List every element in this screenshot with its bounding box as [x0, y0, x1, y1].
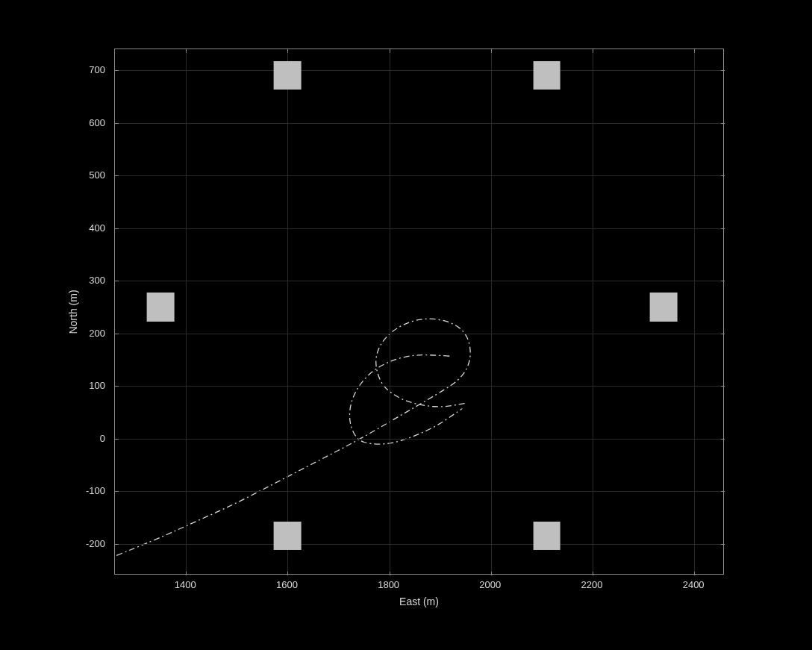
- grid-line-horizontal: [115, 281, 723, 281]
- trajectory-path-secondary: [349, 355, 462, 444]
- x-tick-label: 1800: [378, 579, 399, 590]
- x-tick-mark: [491, 49, 492, 53]
- grid-line-horizontal: [115, 334, 723, 334]
- x-tick-mark: [186, 572, 187, 575]
- y-axis-label: North (m): [67, 290, 79, 334]
- y-tick-mark: [115, 386, 119, 387]
- x-tick-label: 2400: [683, 579, 705, 590]
- waypoint-marker: [650, 293, 678, 321]
- x-tick-mark: [593, 572, 593, 575]
- y-tick-mark: [721, 491, 725, 492]
- x-tick-label: 1600: [276, 579, 298, 590]
- grid-line-vertical: [287, 49, 288, 574]
- trajectory-layer: [115, 49, 723, 574]
- figure: East (m) North (m) 140016001800200022002…: [0, 0, 812, 650]
- x-axis-label: East (m): [399, 596, 439, 607]
- waypoint-marker: [274, 61, 302, 90]
- y-tick-mark: [721, 123, 725, 124]
- grid-line-horizontal: [115, 491, 723, 492]
- y-tick-label: -200: [86, 537, 105, 549]
- y-tick-label: 700: [89, 64, 105, 75]
- y-tick-mark: [721, 386, 725, 387]
- y-tick-mark: [115, 439, 119, 440]
- y-tick-mark: [721, 228, 725, 229]
- y-tick-mark: [115, 544, 119, 545]
- waypoint-marker: [274, 522, 302, 550]
- y-tick-mark: [115, 123, 119, 124]
- x-tick-label: 1400: [175, 579, 196, 590]
- grid-line-horizontal: [115, 386, 723, 387]
- trajectory-path: [116, 319, 470, 555]
- y-tick-label: 500: [89, 169, 105, 181]
- x-tick-mark: [390, 572, 390, 575]
- grid-line-vertical: [593, 49, 593, 574]
- y-tick-mark: [115, 70, 119, 71]
- grid-line-horizontal: [115, 439, 723, 440]
- y-tick-label: 200: [89, 327, 105, 338]
- waypoint-marker: [533, 522, 560, 550]
- y-tick-mark: [721, 334, 725, 334]
- y-tick-mark: [721, 175, 725, 176]
- grid-line-horizontal: [115, 123, 723, 124]
- waypoint-marker: [147, 293, 175, 321]
- grid-line-vertical: [491, 49, 492, 574]
- y-tick-label: 400: [89, 222, 105, 233]
- x-tick-mark: [694, 572, 695, 575]
- x-tick-mark: [694, 49, 695, 53]
- y-tick-mark: [115, 334, 119, 334]
- y-tick-label: 300: [89, 275, 105, 286]
- waypoint-marker: [533, 61, 560, 90]
- y-tick-mark: [721, 544, 725, 545]
- y-tick-mark: [115, 228, 119, 229]
- y-tick-mark: [115, 281, 119, 281]
- x-tick-mark: [491, 572, 492, 575]
- y-tick-mark: [721, 70, 725, 71]
- y-tick-label: -100: [86, 485, 105, 496]
- grid-line-horizontal: [115, 175, 723, 176]
- x-tick-mark: [287, 572, 288, 575]
- grid-line-vertical: [186, 49, 187, 574]
- x-tick-label: 2200: [581, 579, 603, 590]
- x-tick-mark: [186, 49, 187, 53]
- x-tick-label: 2000: [479, 579, 501, 590]
- grid-line-horizontal: [115, 70, 723, 71]
- plot-area[interactable]: [114, 49, 724, 575]
- y-tick-mark: [721, 281, 725, 281]
- grid-line-vertical: [694, 49, 695, 574]
- grid-line-vertical: [390, 49, 390, 574]
- y-tick-label: 0: [100, 432, 105, 443]
- y-tick-mark: [115, 491, 119, 492]
- x-tick-mark: [593, 49, 593, 53]
- y-tick-mark: [115, 175, 119, 176]
- y-tick-mark: [721, 439, 725, 440]
- y-tick-label: 100: [89, 380, 105, 391]
- x-tick-mark: [390, 49, 390, 53]
- grid-line-horizontal: [115, 544, 723, 545]
- grid-line-horizontal: [115, 228, 723, 229]
- y-tick-label: 600: [89, 116, 105, 128]
- x-tick-mark: [287, 49, 288, 53]
